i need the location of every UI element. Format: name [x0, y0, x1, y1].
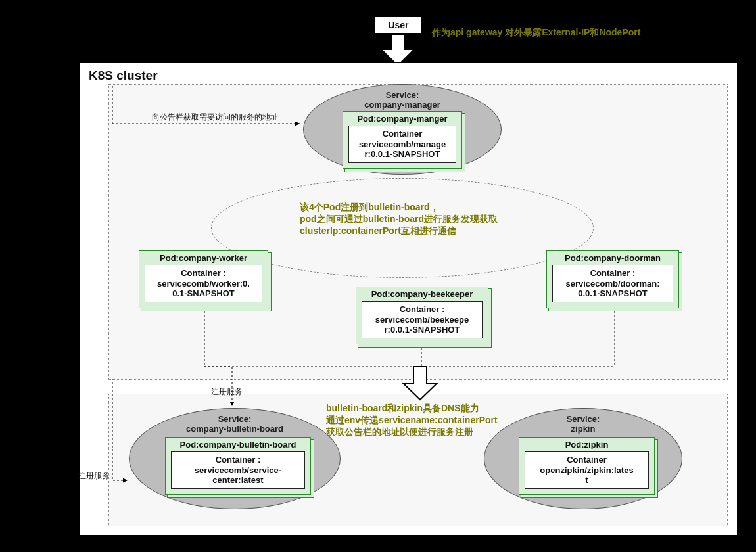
container-zipkin: Container openzipkin/zipkin:lates t [525, 451, 649, 489]
annotation-bottom-l1: bulletin-board和zipkin具备DNS能力 [326, 403, 479, 413]
container-zipkin-l3: t [585, 475, 588, 485]
svc-zipkin-title2: zipkin [571, 424, 596, 434]
pod-worker-title: Pod:company-worker [139, 251, 268, 265]
pod-manager-title: Pod:company-manger [343, 112, 461, 126]
annotation-bottom: bulletin-board和zipkin具备DNS能力 通过env传递serv… [326, 402, 498, 438]
container-bulletin-l1: Container : [216, 455, 261, 465]
container-worker-l3: 0.1-SNAPSHOT [172, 288, 235, 298]
container-doorman-l1: Container : [590, 268, 636, 278]
pod-company-worker: Pod:company-worker Container : serviceco… [139, 250, 268, 308]
svc-zipkin-title1: Service: [567, 414, 600, 424]
container-beekeeper-l2: servicecomb/beekeepe [375, 315, 469, 325]
pod-doorman-title: Pod:company-doorman [547, 251, 678, 265]
svc-manager-title2: company-manager [364, 100, 440, 110]
svc-bulletin-title2: company-bulletin-board [186, 424, 283, 434]
cluster-title: K8S cluster [89, 68, 158, 83]
container-worker: Container : servicecomb/worker:0. 0.1-SN… [145, 265, 262, 302]
pod-zipkin-title: Pod:zipkin [519, 438, 654, 451]
label-fetch-addr: 向公告栏获取需要访问的服务的地址 [152, 112, 278, 123]
annotation-gateway: 作为api gateway 对外暴露External-IP和NodePort [432, 26, 640, 38]
container-zipkin-l2: openzipkin/zipkin:lates [540, 465, 633, 475]
container-zipkin-l1: Container [567, 455, 607, 465]
container-bulletin-l2: servicecomb/service- [195, 465, 281, 475]
container-worker-l1: Container : [181, 268, 226, 278]
container-beekeeper-l1: Container : [400, 304, 445, 314]
container-beekeeper: Container : servicecomb/beekeepe r:0.0.1… [362, 301, 483, 338]
svc-manager-title1: Service: [386, 90, 419, 100]
container-doorman: Container : servicecomb/doorman: 0.0.1-S… [552, 265, 673, 302]
label-register-2: 注册服务 [78, 471, 110, 482]
pod-company-doorman: Pod:company-doorman Container : servicec… [546, 250, 679, 308]
container-manager-l3: r:0.0.1-SNAPSHOT [365, 149, 440, 159]
annotation-middle-l3: clusterIp:containerPort互相进行通信 [300, 225, 456, 236]
pod-zipkin: Pod:zipkin Container openzipkin/zipkin:l… [519, 437, 655, 495]
pod-bulletin-board: Pod:company-bulletin-board Container : s… [165, 437, 311, 495]
annotation-middle-l1: 该4个Pod注册到bulletin-board， [300, 202, 439, 212]
annotation-middle-l2: pod之间可通过bulletin-board进行服务发现获取 [300, 214, 498, 224]
container-beekeeper-l3: r:0.0.1-SNAPSHOT [385, 325, 460, 334]
svc-bulletin-title1: Service: [218, 414, 252, 424]
pod-bulletin-title: Pod:company-bulletin-board [166, 438, 310, 451]
pod-company-beekeeper: Pod:company-beekeeper Container : servic… [356, 287, 488, 344]
container-manager-l2: servicecomb/manage [359, 139, 446, 149]
label-register-1: 注册服务 [211, 386, 243, 398]
annotation-bottom-l3: 获取公告栏的地址以便进行服务注册 [326, 426, 473, 437]
container-doorman-l3: 0.0.1-SNAPSHOT [578, 288, 647, 298]
user-box: User [375, 16, 422, 34]
container-worker-l2: servicecomb/worker:0. [157, 279, 250, 288]
annotation-bottom-l2: 通过env传递servicename:containerPort [326, 415, 498, 425]
container-bulletin-l3: center:latest [212, 475, 263, 485]
annotation-middle: 该4个Pod注册到bulletin-board， pod之间可通过bulleti… [300, 201, 498, 237]
container-bulletin: Container : servicecomb/service- center:… [171, 451, 305, 489]
container-manager-l1: Container [383, 129, 423, 139]
pod-beekeeper-title: Pod:company-beekeeper [356, 287, 488, 301]
pod-company-manager: Pod:company-manger Container servicecomb… [343, 111, 462, 169]
k8s-cluster: K8S cluster Service: company-manager Pod… [79, 62, 738, 536]
container-doorman-l2: servicecomb/doorman: [565, 279, 659, 288]
container-manager: Container servicecomb/manage r:0.0.1-SNA… [348, 126, 456, 163]
